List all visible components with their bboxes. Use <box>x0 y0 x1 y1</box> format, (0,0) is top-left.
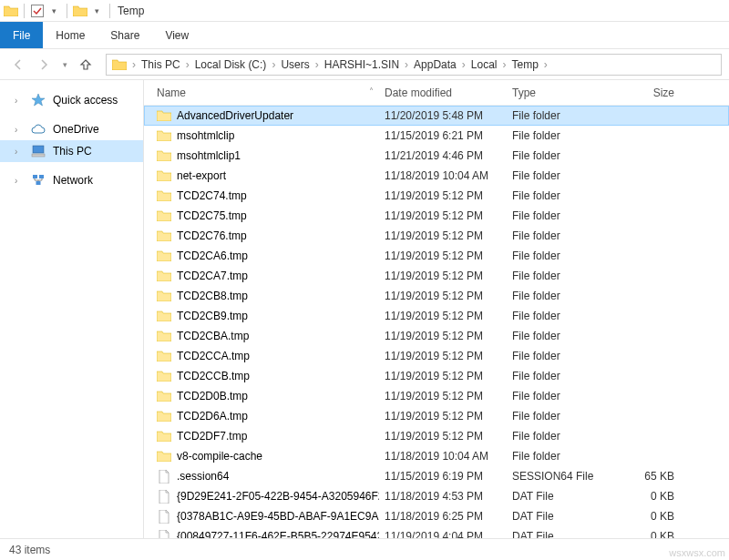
back-button[interactable] <box>7 54 29 76</box>
file-type: File folder <box>507 129 616 142</box>
file-row[interactable]: msohtmlclip11/15/2019 6:21 PMFile folder <box>144 126 729 146</box>
file-row[interactable]: AdvancedDriverUpdater11/20/2019 5:48 PMF… <box>144 106 729 126</box>
chevron-right-icon[interactable]: › <box>313 58 321 71</box>
recent-dropdown-icon[interactable]: ▾ <box>58 54 71 76</box>
sidebar-item-onedrive[interactable]: ›OneDrive <box>0 118 143 140</box>
file-date: 11/18/2019 4:53 PM <box>379 490 507 503</box>
folder-icon <box>157 188 171 203</box>
file-date: 11/19/2019 5:12 PM <box>379 189 507 202</box>
file-name: msohtmlclip1 <box>177 149 241 162</box>
sidebar-item-quick-access[interactable]: ›Quick access <box>0 89 143 111</box>
file-row[interactable]: TCD2D6A.tmp11/19/2019 5:12 PMFile folder <box>144 406 729 426</box>
file-row[interactable]: {0378AB1C-A9E9-45BD-ABAF-9A1EC9AF...11/1… <box>144 506 729 526</box>
breadcrumb-segment[interactable]: Temp <box>508 58 541 71</box>
file-type: DAT File <box>507 510 616 523</box>
item-count: 43 items <box>9 544 50 556</box>
breadcrumb-segment[interactable]: This PC <box>138 58 184 71</box>
sidebar-item-this-pc[interactable]: ›This PC <box>0 140 143 162</box>
file-type: File folder <box>507 270 616 282</box>
file-row[interactable]: net-export11/18/2019 10:04 AMFile folder <box>144 166 729 186</box>
divider <box>24 4 25 18</box>
sidebar-item-label: Quick access <box>53 94 118 107</box>
file-row[interactable]: TCD2C76.tmp11/19/2019 5:12 PMFile folder <box>144 226 729 246</box>
svg-rect-3 <box>33 175 37 178</box>
address-bar[interactable]: › This PC›Local Disk (C:)›Users›HARSHI~1… <box>106 54 722 76</box>
chevron-right-icon[interactable]: › <box>403 58 410 71</box>
file-name: TCD2CCB.tmp <box>177 370 250 382</box>
chevron-right-icon[interactable]: › <box>130 58 138 71</box>
breadcrumb-segment[interactable]: Local <box>467 58 501 71</box>
file-row[interactable]: TCD2CA7.tmp11/19/2019 5:12 PMFile folder <box>144 266 729 286</box>
file-row[interactable]: {00849727-11F6-462E-B5B5-22974E9542E...1… <box>144 526 729 538</box>
tab-home[interactable]: Home <box>43 22 98 48</box>
breadcrumb-segment[interactable]: AppData <box>410 58 460 71</box>
sidebar-item-network[interactable]: ›Network <box>0 169 143 191</box>
file-type: File folder <box>507 229 616 242</box>
star-icon <box>31 93 46 107</box>
breadcrumb-segment[interactable]: Users <box>277 58 313 71</box>
breadcrumb-segment[interactable]: HARSHI~1.SIN <box>321 58 403 71</box>
folder-icon <box>112 57 127 72</box>
tab-view[interactable]: View <box>152 22 201 48</box>
file-type: File folder <box>507 290 616 302</box>
folder-icon <box>157 249 171 263</box>
svg-rect-1 <box>33 146 44 153</box>
file-row[interactable]: v8-compile-cache11/18/2019 10:04 AMFile … <box>144 446 729 466</box>
file-size: 65 KB <box>616 470 680 483</box>
chevron-right-icon[interactable]: › <box>184 58 191 71</box>
chevron-right-icon[interactable]: › <box>15 125 24 135</box>
up-button[interactable] <box>75 54 97 76</box>
qat-overflow-icon[interactable]: ▾ <box>89 4 104 18</box>
file-icon <box>157 489 171 504</box>
file-type: SESSION64 File <box>507 470 616 483</box>
chevron-right-icon[interactable]: › <box>542 58 549 71</box>
file-row[interactable]: {9D29E241-2F05-422B-9454-A3205946F22...1… <box>144 486 729 506</box>
file-row[interactable]: TCD2CCB.tmp11/19/2019 5:12 PMFile folder <box>144 366 729 386</box>
main-body: ›Quick access›OneDrive›This PC›Network N… <box>0 80 729 538</box>
file-name: TCD2C74.tmp <box>177 189 247 202</box>
file-row[interactable]: TCD2C74.tmp11/19/2019 5:12 PMFile folder <box>144 186 729 206</box>
file-row[interactable]: TCD2D0B.tmp11/19/2019 5:12 PMFile folder <box>144 386 729 406</box>
tab-file[interactable]: File <box>0 22 43 48</box>
file-type: File folder <box>507 209 616 222</box>
folder-icon <box>157 209 171 223</box>
file-date: 11/15/2019 6:19 PM <box>379 470 507 483</box>
column-header-name[interactable]: Name˄ <box>151 87 379 99</box>
divider <box>109 4 110 18</box>
column-header-size[interactable]: Size <box>616 87 680 99</box>
file-pane: Name˄ Date modified Type Size AdvancedDr… <box>144 80 729 538</box>
file-row[interactable]: TCD2CB9.tmp11/19/2019 5:12 PMFile folder <box>144 306 729 326</box>
column-header-date[interactable]: Date modified <box>379 87 507 99</box>
svg-rect-4 <box>39 175 44 178</box>
file-name: TCD2CB9.tmp <box>177 310 248 322</box>
qat-dropdown-icon[interactable]: ▾ <box>46 4 61 18</box>
pc-icon <box>31 144 46 158</box>
file-row[interactable]: TCD2DF7.tmp11/19/2019 5:12 PMFile folder <box>144 426 729 446</box>
quick-access-toolbar: ▾ ▾ <box>4 4 114 18</box>
chevron-right-icon[interactable]: › <box>15 96 24 106</box>
breadcrumb-segment[interactable]: Local Disk (C:) <box>191 58 271 71</box>
folder-icon <box>157 429 171 443</box>
file-type: File folder <box>507 390 616 402</box>
file-type: File folder <box>507 249 616 262</box>
chevron-right-icon[interactable]: › <box>460 58 467 71</box>
chevron-right-icon[interactable]: › <box>15 147 24 157</box>
tab-share[interactable]: Share <box>98 22 152 48</box>
file-row[interactable]: TCD2CBA.tmp11/19/2019 5:12 PMFile folder <box>144 326 729 346</box>
file-row[interactable]: TCD2CB8.tmp11/19/2019 5:12 PMFile folder <box>144 286 729 306</box>
file-row[interactable]: TCD2CA6.tmp11/19/2019 5:12 PMFile folder <box>144 246 729 266</box>
file-row[interactable]: TCD2CCA.tmp11/19/2019 5:12 PMFile folder <box>144 346 729 366</box>
file-list[interactable]: AdvancedDriverUpdater11/20/2019 5:48 PMF… <box>144 106 729 538</box>
column-header-type[interactable]: Type <box>507 87 616 99</box>
properties-checkbox-icon[interactable] <box>30 4 45 18</box>
svg-rect-0 <box>32 5 44 16</box>
forward-button[interactable] <box>33 54 55 76</box>
file-row[interactable]: TCD2C75.tmp11/19/2019 5:12 PMFile folder <box>144 206 729 226</box>
file-row[interactable]: msohtmlclip111/21/2019 4:46 PMFile folde… <box>144 146 729 166</box>
file-row[interactable]: .session6411/15/2019 6:19 PMSESSION64 Fi… <box>144 466 729 486</box>
file-name: TCD2D0B.tmp <box>177 390 248 402</box>
chevron-right-icon[interactable]: › <box>15 176 24 186</box>
folder-icon <box>73 4 87 18</box>
file-date: 11/19/2019 5:12 PM <box>379 310 507 322</box>
svg-rect-2 <box>32 154 45 157</box>
